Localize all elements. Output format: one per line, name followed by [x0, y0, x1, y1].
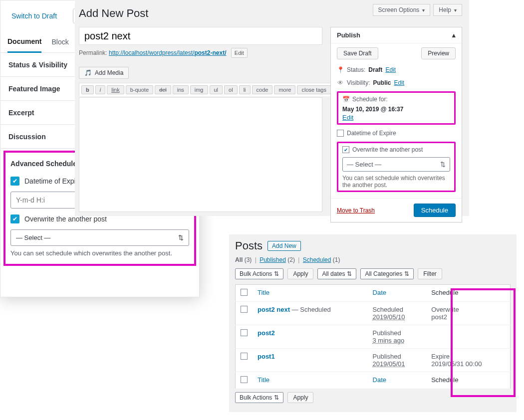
eye-icon: 👁 [337, 79, 344, 86]
g-expire-label: Datetime of Expire [24, 177, 82, 185]
view-all[interactable]: All [235, 256, 243, 263]
add-media-button[interactable]: 🎵 Add Media [79, 67, 129, 79]
classic-editor: Screen Options Help Add New Post Permali… [75, 0, 469, 216]
g-expire-checkbox[interactable] [10, 177, 19, 186]
qt-ins[interactable]: ins [173, 85, 189, 94]
table-row: post2 next — Scheduled Scheduled2019/05/… [236, 302, 511, 325]
posts-table: Title Date Schedule post2 next — Schedul… [235, 284, 511, 389]
qt-more[interactable]: more [274, 85, 295, 94]
qt-link[interactable]: link [107, 85, 124, 94]
visibility-value: Public [373, 79, 391, 86]
select-all-checkbox[interactable] [241, 289, 248, 296]
publish-toggle[interactable] [452, 31, 456, 39]
qt-ul[interactable]: ul [210, 85, 223, 94]
g-overwrite-checkbox[interactable] [10, 214, 19, 223]
row-checkbox[interactable] [241, 353, 248, 360]
view-published[interactable]: Published [260, 256, 286, 263]
schedule-button[interactable]: Schedule [414, 204, 456, 217]
schedule-edit-link[interactable]: Edit [342, 114, 353, 121]
overwrite-help: You can set schedule which overwrites th… [342, 175, 450, 189]
calendar-icon: 📅 [342, 96, 349, 103]
select-caret-icon: ⇅ [178, 234, 184, 241]
col-date[interactable]: Date [368, 285, 427, 302]
permalink-label: Permalink: [79, 49, 107, 56]
visibility-edit-link[interactable]: Edit [394, 79, 404, 86]
category-filter-select[interactable]: All Categories ⇅ [360, 268, 414, 279]
post-title-input[interactable] [79, 27, 322, 45]
qt-b[interactable]: b [81, 85, 94, 94]
status-edit-link[interactable]: Edit [385, 66, 396, 73]
qt-del[interactable]: del [155, 85, 171, 94]
row-checkbox[interactable] [241, 306, 248, 313]
col-title-foot[interactable]: Title [253, 372, 368, 389]
tab-block[interactable]: Block [51, 33, 68, 52]
views-row: All (3) | Published (2) | Scheduled (1) [229, 254, 517, 265]
screen-options-tab[interactable]: Screen Options [373, 4, 431, 16]
row-checkbox[interactable] [241, 329, 248, 336]
page-title: Add New Post [79, 7, 148, 20]
qt-img[interactable]: img [190, 85, 208, 94]
overwrite-select[interactable]: — Select — ⇅ [342, 157, 450, 172]
overwrite-label: Overwrite the another post [352, 146, 423, 153]
qt-li[interactable]: li [239, 85, 251, 94]
editor-textarea[interactable] [79, 97, 322, 212]
status-label: Status: [347, 66, 365, 73]
dates-filter-select[interactable]: All dates ⇅ [317, 268, 356, 279]
switch-to-draft-link[interactable]: Switch to Draft [7, 12, 57, 20]
expire-label: Datetime of Expire [347, 130, 396, 137]
filter-button[interactable]: Filter [418, 268, 442, 279]
posts-list-screen: Posts Add New All (3) | Published (2) | … [229, 234, 517, 412]
qt-code[interactable]: code [252, 85, 273, 94]
table-row: post2 Published3 mins ago [236, 325, 511, 349]
col-schedule-foot: Schedule [426, 372, 510, 389]
table-row: post1 Published2019/05/01 Expire2019/05/… [236, 349, 511, 372]
permalink-row: Permalink: http://localhost/wordpress/la… [79, 48, 248, 58]
help-tab[interactable]: Help [433, 4, 462, 16]
publish-metabox: Publish Save Draft Preview 📍 Status: Dra… [330, 27, 462, 222]
publish-title: Publish [337, 31, 360, 39]
schedule-label: Schedule for: [352, 96, 388, 103]
apply-button[interactable]: Apply [287, 268, 313, 279]
save-draft-button[interactable]: Save Draft [337, 47, 378, 59]
col-title[interactable]: Title [253, 285, 368, 302]
select-caret-icon: ⇅ [440, 161, 446, 168]
bulk-actions-select[interactable]: Bulk Actions ⇅ [235, 268, 283, 279]
qt-i[interactable]: i [95, 85, 105, 94]
col-schedule: Schedule [426, 285, 510, 302]
overwrite-checkbox[interactable] [342, 146, 349, 153]
permalink-edit-button[interactable]: Edit [231, 48, 248, 58]
add-new-button[interactable]: Add New [267, 241, 301, 251]
advanced-schedule-title[interactable]: Advanced Schedule [10, 160, 77, 168]
g-overwrite-select[interactable]: — Select — ⇅ [10, 229, 189, 246]
qt-ol[interactable]: ol [224, 85, 238, 94]
quicktags-toolbar: b i link b-quote del ins img ul ol li co… [79, 83, 333, 96]
status-value: Draft [368, 66, 382, 73]
pin-icon: 📍 [337, 66, 344, 73]
qt-bquote[interactable]: b-quote [126, 85, 153, 94]
qt-closetags[interactable]: close tags [297, 85, 331, 94]
tab-document[interactable]: Document [7, 32, 41, 53]
apply-button-bottom[interactable]: Apply [287, 392, 313, 403]
post-title-link[interactable]: post2 next [258, 306, 290, 313]
post-title-link[interactable]: post1 [258, 353, 275, 360]
select-all-checkbox-foot[interactable] [241, 376, 248, 383]
g-overwrite-help: You can set schedule which overwrites th… [10, 249, 189, 258]
schedule-value: May 10, 2019 @ 16:37 [342, 106, 403, 113]
col-date-foot[interactable]: Date [368, 372, 427, 389]
trash-link[interactable]: Move to Trash [337, 207, 375, 214]
expire-checkbox[interactable] [337, 130, 344, 137]
posts-heading: Posts [235, 239, 262, 252]
media-icon: 🎵 [84, 69, 92, 76]
visibility-label: Visibility: [347, 79, 370, 86]
view-scheduled[interactable]: Scheduled [303, 256, 331, 263]
g-overwrite-label: Overwrite the another post [24, 215, 107, 223]
preview-button[interactable]: Preview [421, 47, 456, 59]
bulk-actions-select-bottom[interactable]: Bulk Actions ⇅ [235, 392, 283, 403]
permalink-link[interactable]: http://localhost/wordpress/latest/post2-… [109, 49, 226, 56]
post-title-link[interactable]: post2 [258, 329, 275, 337]
